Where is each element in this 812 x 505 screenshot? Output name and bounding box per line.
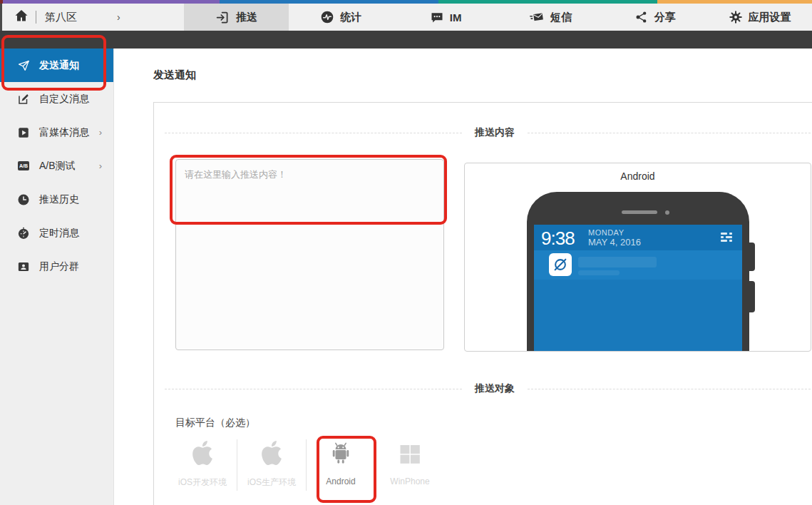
sidebar-item-scheduled-message[interactable]: 定时消息 bbox=[0, 216, 113, 250]
sidebar-item-send-notification[interactable]: 发送通知 bbox=[0, 49, 113, 82]
tab-label: 应用设置 bbox=[749, 11, 791, 24]
section-label: 推送内容 bbox=[475, 126, 515, 139]
preview-platform-label: Android bbox=[465, 170, 811, 182]
preview-time: 9:38 bbox=[541, 228, 575, 250]
apple-icon bbox=[190, 437, 215, 466]
dashed-line bbox=[528, 133, 812, 133]
sidebar-item-rich-media[interactable]: 富媒体消息 › bbox=[0, 116, 113, 149]
tab-label: 短信 bbox=[550, 11, 572, 24]
push-form-panel: 推送内容 Android 9:38 MONDAY MAY 4, 2016 bbox=[153, 102, 812, 505]
android-preview-card: Android 9:38 MONDAY MAY 4, 2016 bbox=[464, 163, 811, 352]
platform-label: Android bbox=[326, 476, 355, 486]
push-console-window: 第八区 › 推送 统计 IM bbox=[0, 0, 812, 505]
sidebar-item-label: 富媒体消息 bbox=[39, 126, 89, 139]
platform-winphone[interactable]: WinPhone bbox=[376, 437, 444, 486]
notification-preview-row bbox=[534, 250, 742, 280]
play-icon bbox=[17, 126, 30, 139]
push-content-divider: 推送内容 bbox=[165, 126, 812, 139]
target-platform-label: 目标平台（必选） bbox=[175, 417, 255, 429]
home-icon bbox=[14, 9, 29, 26]
tab-share[interactable]: 分享 bbox=[602, 4, 707, 31]
preview-date: MAY 4, 2016 bbox=[588, 237, 641, 248]
dashed-line bbox=[528, 389, 812, 389]
dashed-line bbox=[165, 133, 462, 133]
top-navigation-bar: 第八区 › 推送 统计 IM bbox=[0, 4, 812, 31]
notification-settings-icon bbox=[721, 231, 732, 243]
phone-statusbar: 9:38 MONDAY MAY 4, 2016 bbox=[534, 225, 742, 250]
sidebar-item-push-history[interactable]: 推送历史 bbox=[0, 183, 113, 216]
chevron-right-icon: › bbox=[99, 160, 113, 171]
app-logo-icon bbox=[549, 253, 572, 276]
sms-icon bbox=[529, 10, 545, 24]
section-label: 推送对象 bbox=[475, 382, 515, 395]
tab-label: 分享 bbox=[654, 11, 676, 24]
dashed-line bbox=[165, 389, 462, 389]
phone-side-button bbox=[749, 281, 755, 312]
sidebar-item-label: 定时消息 bbox=[39, 227, 79, 240]
ab-test-icon: A/B bbox=[17, 160, 30, 173]
push-arrow-icon bbox=[215, 10, 230, 25]
sidebar-item-label: 用户分群 bbox=[39, 260, 79, 273]
gear-icon bbox=[729, 10, 743, 24]
platform-ios-dev[interactable]: iOS开发环境 bbox=[168, 437, 237, 489]
notification-ghost-body bbox=[578, 270, 620, 275]
tab-push[interactable]: 推送 bbox=[184, 4, 289, 31]
tab-sms[interactable]: 短信 bbox=[498, 4, 602, 31]
phone-screen: 9:38 MONDAY MAY 4, 2016 bbox=[534, 225, 742, 352]
platform-label: iOS生产环境 bbox=[247, 476, 296, 489]
app-breadcrumb[interactable]: 第八区 › bbox=[2, 4, 184, 31]
platform-ios-prod[interactable]: iOS生产环境 bbox=[237, 437, 306, 489]
preview-date-block: MONDAY MAY 4, 2016 bbox=[588, 228, 641, 248]
preview-weekday: MONDAY bbox=[588, 228, 641, 237]
platform-label: iOS开发环境 bbox=[178, 476, 227, 489]
breadcrumb-divider bbox=[36, 11, 36, 24]
sidebar-item-label: 自定义消息 bbox=[39, 93, 89, 106]
sidebar-item-ab-test[interactable]: A/B A/B测试 › bbox=[0, 149, 113, 183]
windows-icon bbox=[397, 437, 423, 466]
ab-badge-text: A/B bbox=[18, 161, 29, 170]
phone-speaker bbox=[622, 210, 657, 214]
timer-icon bbox=[17, 227, 30, 240]
edit-icon bbox=[17, 93, 30, 106]
app-name-label: 第八区 bbox=[45, 11, 77, 24]
phone-mockup: 9:38 MONDAY MAY 4, 2016 bbox=[527, 192, 749, 352]
android-icon bbox=[328, 437, 354, 466]
user-group-icon bbox=[17, 260, 30, 273]
tab-label: 推送 bbox=[236, 11, 257, 24]
chevron-right-icon: › bbox=[99, 127, 113, 138]
sidebar: 发送通知 自定义消息 富媒体消息 › A/B A/B测试 › bbox=[0, 49, 114, 505]
notification-ghost-title bbox=[578, 257, 657, 267]
phone-camera-dot bbox=[665, 210, 669, 215]
platform-selector: iOS开发环境 iOS生产环境 bbox=[168, 437, 444, 491]
sidebar-item-label: 发送通知 bbox=[39, 59, 79, 72]
sidebar-item-user-segment[interactable]: 用户分群 bbox=[0, 250, 113, 283]
tab-stats[interactable]: 统计 bbox=[289, 4, 394, 31]
sidebar-item-label: A/B测试 bbox=[39, 160, 76, 173]
apple-icon bbox=[259, 437, 284, 466]
tab-label: IM bbox=[450, 11, 462, 24]
phone-side-button bbox=[749, 243, 755, 271]
tab-app-settings[interactable]: 应用设置 bbox=[707, 4, 812, 31]
sidebar-item-custom-message[interactable]: 自定义消息 bbox=[0, 82, 113, 116]
subheader-dark-band bbox=[0, 31, 812, 49]
page-title: 发送通知 bbox=[153, 68, 196, 82]
send-icon bbox=[17, 59, 30, 72]
chevron-right-icon[interactable]: › bbox=[117, 11, 120, 23]
platform-android[interactable]: Android bbox=[307, 437, 375, 486]
sidebar-item-label: 推送历史 bbox=[39, 193, 79, 206]
push-content-input[interactable] bbox=[175, 159, 444, 350]
history-clock-icon bbox=[17, 193, 30, 206]
share-icon bbox=[634, 10, 649, 24]
stats-icon bbox=[320, 10, 334, 24]
push-target-divider: 推送对象 bbox=[165, 382, 812, 395]
tab-im[interactable]: IM bbox=[394, 4, 498, 31]
chat-icon bbox=[430, 10, 444, 24]
platform-label: WinPhone bbox=[390, 476, 429, 486]
tab-label: 统计 bbox=[340, 11, 361, 24]
